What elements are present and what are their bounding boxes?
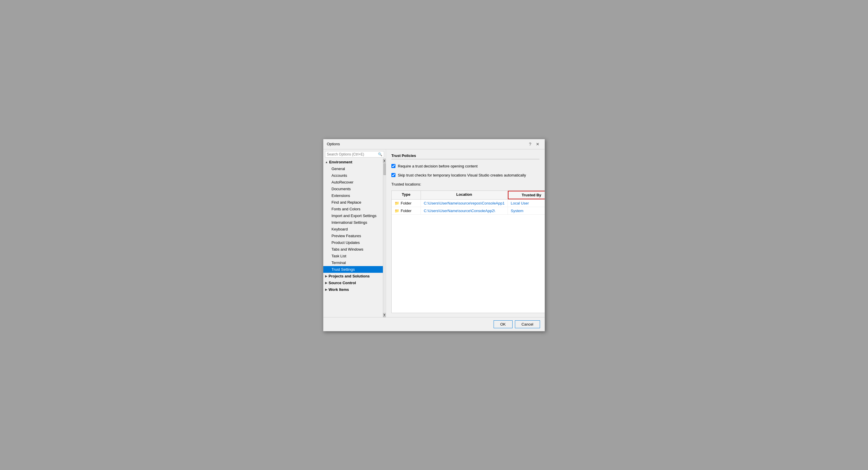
col-trusted-by: Trusted By [508,191,545,199]
scroll-thumb[interactable] [383,163,386,175]
table-header: Type Location Trusted By [392,191,545,200]
sidebar-item-terminal[interactable]: Terminal [323,259,383,266]
sidebar-item-autorecover[interactable]: AutoRecover [323,179,383,186]
sidebar-item-accounts[interactable]: Accounts [323,172,383,179]
dialog-title: Options [327,142,340,146]
sidebar-item-extensions[interactable]: Extensions [323,192,383,199]
sidebar-section-environment-label: Environment [329,160,352,164]
sidebar-item-product-updates[interactable]: Product Updates [323,239,383,246]
table-area: Type Location Trusted By 📁 Folder C:\Use… [391,191,539,313]
sidebar-item-documents[interactable]: Documents [323,186,383,192]
content-panel: Trust Policies Require a trust decision … [386,149,545,317]
sidebar-item-preview-features[interactable]: Preview Features [323,233,383,239]
sidebar-item-international[interactable]: International Settings [323,219,383,226]
trusted-locations-table: Type Location Trusted By 📁 Folder C:\Use… [391,191,545,313]
cancel-button[interactable]: Cancel [515,320,540,328]
checkbox-skip-trust-label: Skip trust checks for temporary location… [398,173,526,177]
expand-triangle-work-icon: ▶ [325,288,328,291]
td-location-1: C:\Users\UserName\source\repos\ConsoleAp… [421,200,508,207]
checkbox-row-1: Require a trust decision before opening … [391,164,539,168]
sidebar-item-trust-settings[interactable]: Trust Settings [323,266,383,273]
table-row[interactable]: 📁 Folder C:\Users\UserName\source\repos\… [392,200,545,207]
tree-scroll-wrapper: ▲ Environment General Accounts AutoRecov… [323,159,386,317]
checkbox-require-trust-label: Require a trust decision before opening … [398,164,477,168]
sidebar-item-fonts-colors[interactable]: Fonts and Colors [323,206,383,212]
options-dialog: Options ? ✕ 🔍 ▲ Environment Gen [323,139,545,331]
search-box[interactable]: 🔍 [325,151,384,158]
checkbox-row-2: Skip trust checks for temporary location… [391,173,539,177]
trusted-locations-label: Trusted locations: [391,182,539,187]
help-button[interactable]: ? [527,141,533,147]
td-type-2: 📁 Folder [392,207,421,214]
sidebar-section-source-control[interactable]: ▶ Source Control [323,279,383,286]
table-row[interactable]: 📁 Folder C:\Users\UserName\source\Consol… [392,207,545,215]
td-trustedby-2: System [508,207,545,214]
sidebar-section-environment[interactable]: ▲ Environment [323,159,383,165]
expand-triangle-projects-icon: ▶ [325,274,328,278]
col-type: Type [392,191,421,199]
sidebar-item-task-list[interactable]: Task List [323,253,383,259]
scroll-down-btn[interactable]: ▼ [383,313,386,317]
sidebar-item-find-replace[interactable]: Find and Replace [323,199,383,206]
dialog-footer: OK Cancel [323,317,545,331]
folder-icon-1: 📁 [395,201,399,205]
title-bar: Options ? ✕ [323,139,545,149]
close-button[interactable]: ✕ [534,141,541,147]
sidebar-scrollbar[interactable]: ▲ ▼ [383,159,386,317]
sidebar: 🔍 ▲ Environment General Accounts [323,149,386,317]
search-input[interactable] [327,152,378,156]
title-bar-controls: ? ✕ [527,141,541,147]
collapse-triangle-icon: ▲ [325,161,328,164]
tree-items: ▲ Environment General Accounts AutoRecov… [323,159,383,317]
checkbox-skip-trust[interactable] [391,173,396,177]
ok-button[interactable]: OK [494,320,513,328]
sidebar-item-general[interactable]: General [323,165,383,172]
folder-icon-2: 📁 [395,209,399,213]
section-title: Trust Policies [391,154,539,159]
search-icon: 🔍 [378,152,382,156]
scroll-up-btn[interactable]: ▲ [383,159,386,163]
sidebar-item-keyboard[interactable]: Keyboard [323,226,383,233]
sidebar-section-projects[interactable]: ▶ Projects and Solutions [323,273,383,279]
col-location: Location [421,191,508,199]
checkbox-require-trust[interactable] [391,164,396,168]
dialog-body: 🔍 ▲ Environment General Accounts [323,149,545,317]
td-type-1: 📁 Folder [392,200,421,207]
sidebar-item-import-export[interactable]: Import and Export Settings [323,212,383,219]
td-location-2: C:\Users\UserName\source\ConsoleApp2\ [421,207,508,214]
expand-triangle-source-icon: ▶ [325,281,328,284]
td-trustedby-1: Local User [508,200,545,207]
sidebar-section-work-items[interactable]: ▶ Work Items [323,286,383,293]
sidebar-item-tabs-windows[interactable]: Tabs and Windows [323,246,383,253]
